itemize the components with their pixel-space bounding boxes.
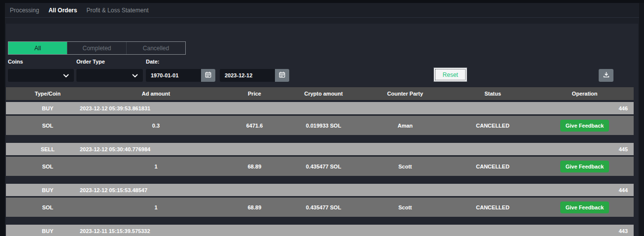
operation-cell: Give Feedback: [536, 161, 634, 172]
coin-cell: SOL: [6, 123, 89, 129]
order-summary-row: BUY 2023-12-12 05:15:53.48547 444: [6, 184, 634, 196]
orders-table-body: BUY 2023-12-12 05:39:53.861831 446 SOL 0…: [6, 102, 634, 236]
coin-cell: SOL: [6, 204, 89, 210]
price-cell: 6471.6: [223, 123, 287, 129]
nav-tab[interactable]: Processing: [10, 7, 39, 14]
order-summary-row: BUY 2023-12-12 05:39:53.861831 446: [6, 102, 634, 114]
order-type-label: Order Type: [76, 59, 105, 65]
nav-tab[interactable]: All Orders: [48, 7, 77, 14]
order-type: BUY: [6, 228, 89, 234]
order-group: BUY 2023-12-12 05:39:53.861831 446 SOL 0…: [6, 102, 634, 135]
col-header-price: Price: [223, 91, 287, 97]
order-type-select[interactable]: [76, 69, 143, 82]
date-label: Date:: [146, 59, 160, 65]
download-icon: [603, 71, 610, 79]
operation-cell: Give Feedback: [536, 202, 634, 213]
crypto-amount-cell: 0.435477 SOL: [286, 164, 360, 169]
status-tab[interactable]: Cancelled: [126, 42, 185, 54]
calendar-icon: [205, 71, 211, 79]
order-type: BUY: [6, 187, 89, 193]
date-from-input[interactable]: [146, 69, 201, 82]
order-timestamp: 2023-12-12 05:39:53.861831: [80, 105, 150, 111]
status-cell: CANCELLED: [450, 123, 536, 129]
col-header-type-coin: Type/Coin: [6, 91, 89, 97]
chevron-down-icon: [132, 71, 138, 80]
status-tab[interactable]: All: [8, 42, 67, 54]
order-summary-row: SELL 2023-12-12 05:30:40.776984 445: [6, 143, 634, 155]
order-number: 443: [619, 228, 634, 234]
app-window: Processing All Orders Profit & Loss Stat…: [5, 3, 639, 236]
date-from-group: [146, 69, 215, 82]
order-timestamp: 2023-12-11 15:15:39.575332: [80, 228, 150, 234]
order-number: 445: [619, 146, 634, 152]
order-detail-row: SOL 1 68.89 0.435477 SOL Scott CANCELLED…: [6, 157, 634, 176]
date-to-picker-button[interactable]: [275, 69, 289, 82]
order-group: BUY 2023-12-11 15:15:39.575332 443: [6, 225, 634, 236]
crypto-amount-cell: 0.435477 SOL: [286, 204, 360, 210]
col-header-status: Status: [450, 91, 536, 97]
order-summary-row: BUY 2023-12-11 15:15:39.575332 443: [6, 225, 634, 236]
col-header-operation: Operation: [536, 91, 634, 97]
nav-tab[interactable]: Profit & Loss Statement: [86, 7, 148, 14]
order-type: BUY: [6, 105, 89, 111]
orders-panel: All Completed Cancelled Coins Order Type…: [6, 24, 638, 236]
ad-amount-cell: 1: [89, 164, 222, 169]
orders-table: Type/Coin Ad amount Price Crypto amount …: [6, 87, 634, 236]
coins-select[interactable]: [8, 69, 74, 82]
counter-party-cell: Aman: [361, 123, 450, 129]
crypto-amount-cell: 0.019933 SOL: [286, 123, 360, 129]
vertical-scrollbar[interactable]: [639, 3, 644, 236]
export-button[interactable]: [599, 69, 613, 82]
order-detail-row: SOL 0.3 6471.6 0.019933 SOL Aman CANCELL…: [6, 116, 634, 135]
order-number: 446: [619, 105, 634, 111]
give-feedback-button[interactable]: Give Feedback: [560, 202, 610, 213]
price-cell: 68.89: [223, 164, 287, 169]
status-filter-tabs: All Completed Cancelled: [8, 41, 186, 55]
order-type: SELL: [6, 146, 89, 152]
col-header-counter-party: Counter Party: [361, 91, 450, 97]
order-number: 444: [619, 187, 634, 193]
operation-cell: Give Feedback: [536, 120, 634, 132]
ad-amount-cell: 0.3: [89, 123, 222, 129]
order-detail-row: SOL 1 68.89 0.435477 SOL Scott CANCELLED…: [6, 198, 634, 217]
reset-button[interactable]: Reset: [434, 67, 467, 82]
col-header-crypto-amount: Crypto amount: [286, 91, 360, 97]
order-group: SELL 2023-12-12 05:30:40.776984 445 SOL …: [6, 143, 634, 176]
coin-cell: SOL: [6, 164, 89, 169]
date-to-group: [220, 69, 289, 82]
order-group: BUY 2023-12-12 05:15:53.48547 444 SOL 1 …: [6, 184, 634, 217]
give-feedback-button[interactable]: Give Feedback: [560, 120, 610, 132]
counter-party-cell: Scott: [361, 164, 450, 169]
order-timestamp: 2023-12-12 05:30:40.776984: [80, 146, 150, 152]
order-timestamp: 2023-12-12 05:15:53.48547: [80, 187, 147, 193]
ad-amount-cell: 1: [89, 204, 222, 210]
status-tab[interactable]: Completed: [67, 42, 126, 54]
date-to-input[interactable]: [220, 69, 275, 82]
col-header-ad-amount: Ad amount: [89, 91, 222, 97]
counter-party-cell: Scott: [361, 204, 450, 210]
top-nav: Processing All Orders Profit & Loss Stat…: [5, 3, 639, 18]
status-cell: CANCELLED: [450, 164, 536, 169]
table-header-row: Type/Coin Ad amount Price Crypto amount …: [6, 87, 634, 100]
coins-label: Coins: [8, 59, 23, 65]
calendar-icon: [279, 71, 285, 79]
chevron-down-icon: [63, 71, 69, 80]
status-cell: CANCELLED: [450, 204, 536, 210]
date-from-picker-button[interactable]: [201, 69, 215, 82]
price-cell: 68.89: [223, 204, 287, 210]
give-feedback-button[interactable]: Give Feedback: [560, 161, 610, 172]
